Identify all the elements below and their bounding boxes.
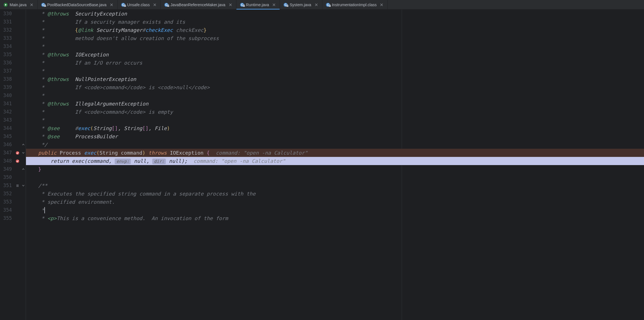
gutter-marker[interactable] (14, 10, 21, 18)
fold-marker[interactable] (21, 149, 26, 157)
gutter-marker[interactable] (14, 190, 21, 198)
tab-poolbackeddatasourcebase-java[interactable]: CPoolBackedDataSourceBase.java (38, 0, 118, 9)
line-number[interactable]: 340 (0, 91, 12, 100)
tab-instrumentationimpl-class[interactable]: CInstrumentationImpl.class (322, 0, 388, 9)
tab-main-java[interactable]: Main.java (0, 0, 38, 9)
code-line[interactable]: * <p>This is a convenience method. An in… (26, 214, 644, 222)
line-number[interactable]: 355 (0, 214, 12, 222)
code-line[interactable]: * specified environment. (26, 198, 644, 206)
code-line[interactable]: /** (26, 181, 644, 190)
gutter-marker[interactable] (14, 206, 21, 214)
code-area[interactable]: * @throws SecurityException * If a secur… (26, 10, 644, 320)
tab-unsafe-class[interactable]: CUnsafe.class (118, 0, 161, 9)
close-icon[interactable] (272, 3, 276, 7)
fold-marker[interactable] (21, 173, 26, 181)
fold-marker[interactable] (21, 18, 26, 26)
line-number[interactable]: 347 (0, 149, 12, 157)
gutter-marker[interactable] (14, 181, 21, 190)
line-number[interactable]: 352 (0, 190, 12, 198)
tab-javabeanreferencemaker-java[interactable]: CJavaBeanReferenceMaker.java (161, 0, 236, 9)
code-line[interactable]: * (26, 42, 644, 51)
code-line[interactable]: * If an I/O error occurs (26, 59, 644, 67)
gutter-marker[interactable] (14, 198, 21, 206)
code-line[interactable] (26, 173, 644, 181)
gutter-marker[interactable] (14, 51, 21, 59)
line-number[interactable]: 351 (0, 181, 12, 190)
gutter-marker[interactable] (14, 34, 21, 42)
code-line[interactable]: * (26, 206, 644, 214)
fold-marker[interactable] (21, 51, 26, 59)
line-number[interactable]: 339 (0, 83, 12, 91)
fold-marker[interactable] (21, 91, 26, 100)
fold-marker[interactable] (21, 165, 26, 173)
fold-marker[interactable] (21, 190, 26, 198)
line-number[interactable]: 338 (0, 75, 12, 83)
fold-marker[interactable] (21, 181, 26, 190)
code-line[interactable]: * (26, 116, 644, 124)
code-line[interactable]: * If <code>command</code> is <code>null<… (26, 83, 644, 91)
line-number[interactable]: 350 (0, 173, 12, 181)
code-line[interactable]: * If a security manager exists and its (26, 18, 644, 26)
gutter-marker[interactable] (14, 18, 21, 26)
code-line[interactable]: * @see #exec(String[], String[], File) (26, 124, 644, 132)
fold-marker[interactable] (21, 141, 26, 149)
gutter-marker[interactable] (14, 59, 21, 67)
fold-marker[interactable] (21, 26, 26, 34)
code-line[interactable]: * (26, 67, 644, 75)
line-number[interactable]: 349 (0, 165, 12, 173)
tab-runtime-java[interactable]: CRuntime.java (236, 0, 280, 9)
code-line[interactable]: * (26, 91, 644, 100)
line-number[interactable]: 353 (0, 198, 12, 206)
close-icon[interactable] (29, 3, 34, 7)
fold-marker[interactable] (21, 206, 26, 214)
tab-system-java[interactable]: CSystem.java (280, 0, 322, 9)
line-number[interactable]: 345 (0, 132, 12, 141)
line-number[interactable]: 343 (0, 116, 12, 124)
gutter-marker[interactable] (14, 67, 21, 75)
gutter-marker[interactable] (14, 214, 21, 222)
line-number[interactable]: 354 (0, 206, 12, 214)
code-line[interactable]: public Process exec(String command) thro… (26, 149, 644, 157)
fold-marker[interactable] (21, 214, 26, 222)
line-number[interactable]: 341 (0, 100, 12, 108)
gutter-marker[interactable] (14, 42, 21, 51)
code-line[interactable]: * @throws IllegalArgumentException (26, 100, 644, 108)
gutter-marker[interactable] (14, 132, 21, 141)
close-icon[interactable] (314, 3, 319, 7)
line-number[interactable]: 337 (0, 67, 12, 75)
fold-marker[interactable] (21, 124, 26, 132)
gutter-marker[interactable] (14, 149, 21, 157)
gutter-marker[interactable] (14, 83, 21, 91)
close-icon[interactable] (379, 3, 384, 7)
fold-marker[interactable] (21, 132, 26, 141)
code-line[interactable]: * @throws NullPointerException (26, 75, 644, 83)
gutter-marker[interactable] (14, 173, 21, 181)
fold-marker[interactable] (21, 100, 26, 108)
fold-marker[interactable] (21, 83, 26, 91)
close-icon[interactable] (153, 3, 157, 7)
fold-marker[interactable] (21, 34, 26, 42)
gutter-marker[interactable] (14, 116, 21, 124)
line-number[interactable]: 346 (0, 141, 12, 149)
code-line[interactable]: } (26, 165, 644, 173)
fold-marker[interactable] (21, 116, 26, 124)
code-line[interactable]: */ (26, 141, 644, 149)
gutter-marker[interactable] (14, 165, 21, 173)
line-number[interactable]: 335 (0, 51, 12, 59)
fold-marker[interactable] (21, 75, 26, 83)
code-line[interactable]: * {@link SecurityManager#checkExec check… (26, 26, 644, 34)
fold-marker[interactable] (21, 42, 26, 51)
close-icon[interactable] (109, 3, 114, 7)
gutter-marker[interactable] (14, 124, 21, 132)
line-number[interactable]: 332 (0, 26, 12, 34)
line-number[interactable]: 330 (0, 10, 12, 18)
line-number[interactable]: 344 (0, 124, 12, 132)
gutter-marker[interactable] (14, 100, 21, 108)
line-number[interactable]: 342 (0, 108, 12, 116)
gutter-marker[interactable] (14, 91, 21, 100)
code-line[interactable]: return exec(command, envp: null, dir: nu… (26, 157, 644, 165)
code-line[interactable]: * @throws SecurityException (26, 10, 644, 18)
fold-marker[interactable] (21, 108, 26, 116)
line-number[interactable]: 348 (0, 157, 12, 165)
code-line[interactable]: * @see ProcessBuilder (26, 132, 644, 141)
